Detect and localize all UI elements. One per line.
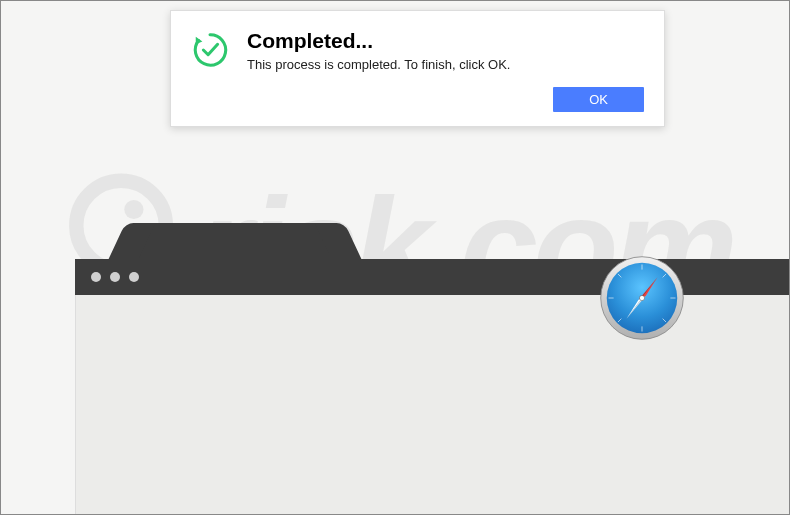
completed-dialog: Completed... This process is completed. … (170, 10, 665, 127)
svg-point-2 (124, 199, 143, 218)
safari-compass-icon (599, 255, 685, 345)
maximize-window-icon[interactable] (129, 272, 139, 282)
ok-button[interactable]: OK (553, 87, 644, 112)
dialog-title: Completed... (247, 29, 644, 53)
window-controls (91, 272, 139, 282)
browser-tab-bar (75, 223, 790, 259)
close-window-icon[interactable] (91, 272, 101, 282)
browser-tab[interactable] (135, 223, 335, 259)
svg-point-17 (639, 295, 644, 300)
svg-marker-18 (196, 37, 203, 45)
checkmark-refresh-icon (191, 31, 229, 73)
dialog-message: This process is completed. To finish, cl… (247, 57, 644, 72)
minimize-window-icon[interactable] (110, 272, 120, 282)
